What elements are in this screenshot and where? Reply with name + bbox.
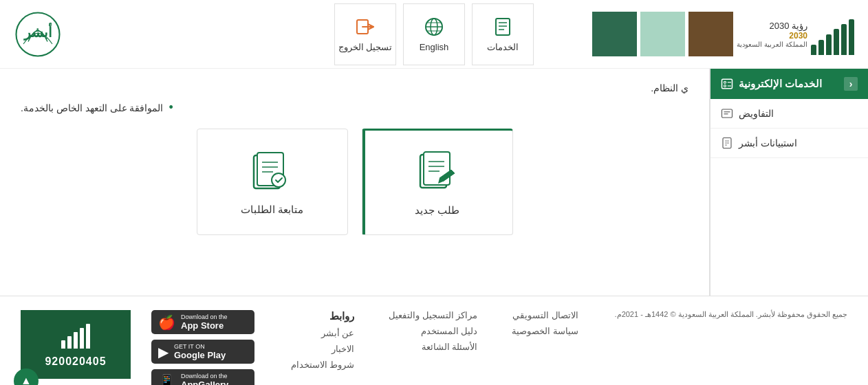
sidebar-absher-label: استبيانات أبشر <box>739 138 797 148</box>
negotiations-icon <box>721 107 733 120</box>
globe-icon <box>423 16 445 38</box>
app-gallery-small: Download on the <box>181 373 228 380</box>
color-block-green <box>592 12 637 56</box>
footer-link-privacy[interactable]: سياسة الخصوصية <box>512 326 578 336</box>
google-play-icon: ▶ <box>158 344 169 360</box>
header-logo-area: أبشر <box>14 10 62 58</box>
cards-row: طلب جديد متابعة الطلبات <box>21 115 688 249</box>
track-requests-card[interactable]: متابعة الطلبات <box>197 129 348 235</box>
fb-5 <box>86 324 90 349</box>
footer-links: الاتصال التسويقي سياسة الخصوصية مراكز ال… <box>275 310 594 370</box>
sidebar-item-absher[interactable]: استبيانات أبشر <box>710 129 868 158</box>
services-label: الخدمات <box>487 42 519 52</box>
vision-title: رؤية 2030 <box>737 21 807 31</box>
footer-col-services: مراكز التسجيل والتفعيل دليل المستخدم الأ… <box>389 310 477 370</box>
info-text: ي النظام. <box>21 82 688 94</box>
footer-link-news[interactable]: الاخبار <box>291 344 355 354</box>
new-request-card[interactable]: طلب جديد <box>362 129 513 235</box>
app-gallery-text: Download on the AppGallery <box>181 373 228 385</box>
footer-brand: 920020405 <box>21 310 131 379</box>
app-gallery-big: AppGallery <box>181 380 228 385</box>
app-store-small: Download on the <box>181 314 228 320</box>
new-request-icon <box>413 149 462 197</box>
sidebar-title: الخدمات الإلكترونية <box>739 78 822 90</box>
app-gallery-button[interactable]: 📱 Download on the AppGallery <box>151 369 254 385</box>
footer-link-faq[interactable]: الأسئلة الشائعة <box>389 342 477 352</box>
vision-year: 2030 <box>737 31 807 41</box>
footer-col-marketing: الاتصال التسويقي سياسة الخصوصية <box>512 310 578 370</box>
bar-4 <box>834 29 839 55</box>
sidebar-item-negotiations[interactable]: التفاويض <box>710 99 868 129</box>
app-stores: 🍎 Download on the App Store ▶ GET IT ON … <box>151 310 254 385</box>
svg-rect-24 <box>722 79 733 89</box>
footer-phone: 920020405 <box>45 355 106 368</box>
footer-brand-bars <box>61 321 90 349</box>
sidebar-negotiations-label: التفاويض <box>739 108 774 119</box>
google-play-big: Google Play <box>174 350 226 360</box>
fb-3 <box>74 332 78 349</box>
app-gallery-icon: 📱 <box>158 373 175 386</box>
color-block-brown <box>688 12 733 56</box>
vision-logo: رؤية 2030 2030 المملكة العربية السعودية <box>737 14 854 55</box>
app-store-text: Download on the App Store <box>181 314 228 331</box>
absher-icon <box>721 137 733 149</box>
bar-1 <box>811 45 816 55</box>
svg-rect-14 <box>424 152 450 185</box>
vision-area: رؤية 2030 2030 المملكة العربية السعودية <box>592 12 854 56</box>
app-store-big: App Store <box>181 320 228 331</box>
logout-label: تسجيل الخروج <box>338 42 393 52</box>
exit-icon <box>354 16 376 38</box>
header: أبشر تسجيل الخروج English <box>0 0 868 69</box>
content-area: ي النظام. الموافقة على التعهد الخاص بالخ… <box>0 69 710 296</box>
google-play-button[interactable]: ▶ GET IT ON Google Play <box>151 340 254 364</box>
fb-4 <box>80 328 84 349</box>
footer-copyright: جميع الحقوق محفوظة لأبشر. المملكة العربي… <box>615 310 847 319</box>
logout-button[interactable]: تسجيل الخروج <box>334 3 396 65</box>
svg-rect-9 <box>496 19 510 35</box>
footer-link-terms[interactable]: شروط الاستخدام <box>291 360 355 370</box>
card-divider <box>362 131 365 234</box>
svg-point-25 <box>724 81 726 83</box>
sidebar: ‹ الخدمات الإلكترونية التفاويض ا <box>710 69 868 296</box>
header-nav: تسجيل الخروج English الخدمات <box>334 3 534 65</box>
apple-icon: 🍎 <box>158 314 175 331</box>
vision-bars <box>811 14 854 55</box>
new-request-label: طلب جديد <box>415 204 459 217</box>
book-icon <box>492 16 514 38</box>
language-label: English <box>420 42 449 52</box>
bar-3 <box>826 34 832 55</box>
footer-links-title: روابط <box>291 310 355 322</box>
bar-6 <box>849 19 854 55</box>
svg-rect-29 <box>722 109 733 118</box>
footer-link-guide[interactable]: دليل المستخدم <box>389 326 477 336</box>
app-store-button[interactable]: 🍎 Download on the App Store <box>151 310 254 334</box>
fb-2 <box>67 336 72 349</box>
services-button[interactable]: الخدمات <box>472 3 534 65</box>
footer-link-marketing[interactable]: الاتصال التسويقي <box>512 310 578 320</box>
footer-link-about[interactable]: عن أبشر <box>291 328 355 338</box>
google-play-small: GET IT ON <box>174 343 226 350</box>
language-button[interactable]: English <box>403 3 465 65</box>
svg-point-23 <box>272 173 285 187</box>
bar-2 <box>818 40 824 55</box>
track-requests-icon <box>248 148 296 197</box>
bullet-item: الموافقة على التعهد الخاص بالخدمة. <box>21 100 688 115</box>
bar-5 <box>841 24 847 55</box>
main-content: ي النظام. الموافقة على التعهد الخاص بالخ… <box>0 69 868 296</box>
sidebar-header: ‹ الخدمات الإلكترونية <box>710 69 868 99</box>
footer-col-about: روابط عن أبشر الاخبار شروط الاستخدام <box>291 310 355 370</box>
sidebar-chevron[interactable]: ‹ <box>844 77 858 91</box>
svg-point-26 <box>724 85 726 87</box>
footer: 920020405 🍎 Download on the App Store ▶ … <box>0 296 868 385</box>
color-block-teal <box>640 12 685 56</box>
logo-icon: أبشر <box>14 10 62 58</box>
track-requests-label: متابعة الطلبات <box>241 204 303 216</box>
services-sidebar-icon <box>721 78 733 90</box>
google-play-text: GET IT ON Google Play <box>174 343 226 360</box>
vision-subtitle: المملكة العربية السعودية <box>737 41 807 48</box>
sidebar-title-area: الخدمات الإلكترونية <box>721 78 822 90</box>
fb-1 <box>61 340 65 349</box>
footer-link-registration[interactable]: مراكز التسجيل والتفعيل <box>389 310 477 320</box>
